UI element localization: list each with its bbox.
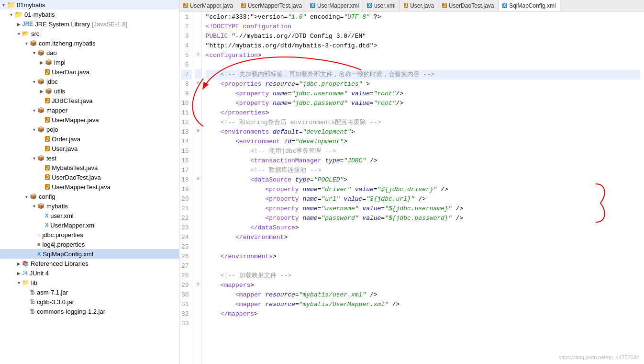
tree-icon-project: 📁: [14, 11, 22, 18]
tab-user-xml[interactable]: Xuser.xml: [363, 0, 400, 11]
sidebar-item-jdbc[interactable]: ▾📦jdbc: [0, 77, 179, 86]
sidebar-item-test[interactable]: ▾📦test: [0, 153, 179, 163]
line-number-19: 19: [181, 185, 192, 194]
code-line-2: <!DOCTYPE configuration: [206, 22, 640, 32]
tab-icon: X: [310, 3, 315, 8]
fold-29[interactable]: ⊖: [195, 280, 201, 289]
tree-label: JDBCTest.java: [52, 97, 92, 104]
sidebar-item-asm-7.1.jar[interactable]: 🗜asm-7.1.jar: [0, 287, 179, 297]
fold-13[interactable]: ⊖: [195, 126, 201, 136]
tree-icon-xml: X: [45, 222, 48, 228]
sidebar-item-UserDao.java[interactable]: JUserDao.java: [0, 67, 179, 77]
fold-18[interactable]: ⊖: [195, 174, 201, 184]
line-number-7: 7: [181, 70, 192, 80]
sidebar-item-MybatisTest.java[interactable]: JMybatisTest.java: [0, 163, 179, 172]
sidebar-item-UserMapper.xml[interactable]: XUserMapper.xml: [0, 220, 179, 230]
sidebar-item-impl[interactable]: ▶📦impl: [0, 57, 179, 67]
tree-label: SqlMapConfig.xml: [43, 250, 93, 258]
sidebar-item-Order.java[interactable]: JOrder.java: [0, 134, 179, 144]
sidebar-item-cglib-3.3.0.jar[interactable]: 🗜cglib-3.3.0.jar: [0, 297, 179, 307]
code-line-3: PUBLIC "-//mybatis.org//DTD Config 3.0//…: [206, 32, 640, 41]
tree-icon-package: 📦: [37, 126, 44, 133]
sidebar-item-UserMapper.java[interactable]: JUserMapper.java: [0, 115, 179, 125]
tree-icon-java: J: [45, 174, 50, 181]
sidebar-item-User.java[interactable]: JUser.java: [0, 144, 179, 153]
tree-icon-package: 📦: [37, 203, 44, 209]
sidebar-item-junit[interactable]: ▶J4JUnit 4: [0, 268, 179, 278]
tree-label: utils: [54, 88, 65, 95]
sidebar-item-utils[interactable]: ▶📦utils: [0, 86, 179, 96]
tree-icon-project: 📁: [7, 1, 15, 9]
tree-icon-package: 📦: [37, 78, 44, 85]
sidebar-item-config[interactable]: ▾📦config: [0, 192, 179, 201]
code-line-13: <environments default="development">: [206, 127, 640, 137]
sidebar-item-commons-logging-1.2.jar[interactable]: 🗜commons-logging-1.2.jar: [0, 307, 179, 316]
sidebar-item-jre-system[interactable]: ▶JREJRE System Library [JavaSE-1.8]: [0, 19, 179, 29]
tree-label: user.xml: [50, 212, 73, 219]
tree-label: Referenced Libraries: [31, 260, 89, 267]
sidebar-item-log4j.properties[interactable]: ≡log4j.properties: [0, 239, 179, 249]
sidebar-item-pojo[interactable]: ▾📦pojo: [0, 125, 179, 134]
sidebar-item-JDBCTest.java[interactable]: JJDBCTest.java: [0, 96, 179, 105]
tree-label: mapper: [46, 107, 67, 114]
tab-UserMapperTest-java[interactable]: JUserMapperTest.java: [237, 0, 306, 11]
code-line-33: [206, 319, 640, 329]
line-number-9: 9: [181, 89, 192, 99]
fold-8[interactable]: ⊖: [195, 79, 201, 88]
code-line-12: <!-- 和spring整合后 environments配置将废除 -->: [206, 118, 640, 127]
tree-icon-java: J: [45, 183, 50, 190]
line-numbers-col: 1234567891011121314151617181920212223242…: [179, 11, 195, 364]
fold-3: [195, 31, 201, 40]
fold-31: [195, 299, 201, 308]
sidebar-item-referenced-libraries[interactable]: ▶📚Referenced Libraries: [0, 259, 179, 268]
tree-icon-folder-src: 📂: [22, 30, 29, 37]
tab-UserMapper-xml[interactable]: XUserMapper.xml: [306, 0, 363, 11]
tree-icon-package: 📦: [45, 59, 52, 66]
tree-label: com.itzheng.mybatis: [39, 40, 96, 47]
tree-arrow: ▾: [0, 2, 7, 8]
code-line-15: <!-- 使用jdbc事务管理 -->: [206, 147, 640, 156]
tab-icon: J: [183, 3, 188, 8]
code-line-24: </environment>: [206, 233, 640, 242]
fold-5[interactable]: ⊖: [195, 50, 201, 59]
fold-10: [195, 98, 201, 107]
sidebar-item-jdbc.properties[interactable]: ≡jdbc.properties: [0, 230, 179, 239]
tree-icon-java: J: [45, 136, 50, 142]
sidebar-item-01-mybatis[interactable]: ▾📁01-mybatis: [0, 10, 179, 19]
code-line-20: <property name="url" value="${jdbc.url}"…: [206, 194, 640, 204]
tree-icon-jar: 🗜: [30, 289, 35, 296]
tab-UserDaoTest-java[interactable]: JUserDaoTest.java: [438, 0, 498, 11]
fold-14: [195, 136, 201, 146]
tree-icon-package: 📦: [45, 88, 52, 94]
tab-icon: X: [502, 3, 508, 8]
tree-label: dao: [46, 49, 57, 57]
code-line-14: <environment id="development">: [206, 137, 640, 147]
sidebar-item-lib[interactable]: ▾📁lib: [0, 278, 179, 287]
sidebar-item-mybatis[interactable]: ▾📦mybatis: [0, 201, 179, 211]
sidebar-item-dao[interactable]: ▾📦dao: [0, 48, 179, 57]
tab-User-java[interactable]: JUser.java: [400, 0, 439, 11]
sidebar-item-UserDaoTest.java[interactable]: JUserDaoTest.java: [0, 172, 179, 182]
sidebar-item-01mybatis-root[interactable]: ▾📁01mybatis: [0, 0, 179, 10]
sidebar-tree: ▾📁01mybatis▾📁01-mybatis▶JREJRE System Li…: [0, 0, 179, 316]
fold-12: [195, 117, 201, 126]
sidebar-item-mapper[interactable]: ▾📦mapper: [0, 105, 179, 115]
tree-icon-xml-selected: X: [37, 250, 41, 257]
line-number-32: 32: [181, 309, 192, 319]
sidebar-item-user.xml[interactable]: Xuser.xml: [0, 211, 179, 220]
sidebar-item-src[interactable]: ▾📂src: [0, 29, 179, 38]
sidebar-item-UserMapperTest.java[interactable]: JUserMapperTest.java: [0, 182, 179, 192]
fold-27: [195, 261, 201, 270]
tab-UserMapper-java[interactable]: JUserMapper.java: [179, 0, 237, 11]
tree-label: impl: [54, 59, 66, 66]
code-area[interactable]: 1234567891011121314151617181920212223242…: [179, 11, 644, 364]
line-number-4: 4: [181, 41, 192, 51]
sidebar-item-com.itzheng.mybatis[interactable]: ▾📦com.itzheng.mybatis: [0, 38, 179, 48]
tab-SqlMapConfig-xml[interactable]: XSqlMapConfig.xml: [499, 0, 560, 11]
tree-icon-junit: J4: [22, 270, 28, 276]
fold-28: [195, 270, 201, 280]
code-line-8: <properties resource="jdbc.properties" >: [206, 80, 640, 89]
sidebar-item-SqlMapConfig.xml[interactable]: XSqlMapConfig.xml: [0, 249, 179, 259]
tree-label: config: [39, 193, 56, 200]
code-line-27: [206, 262, 640, 271]
